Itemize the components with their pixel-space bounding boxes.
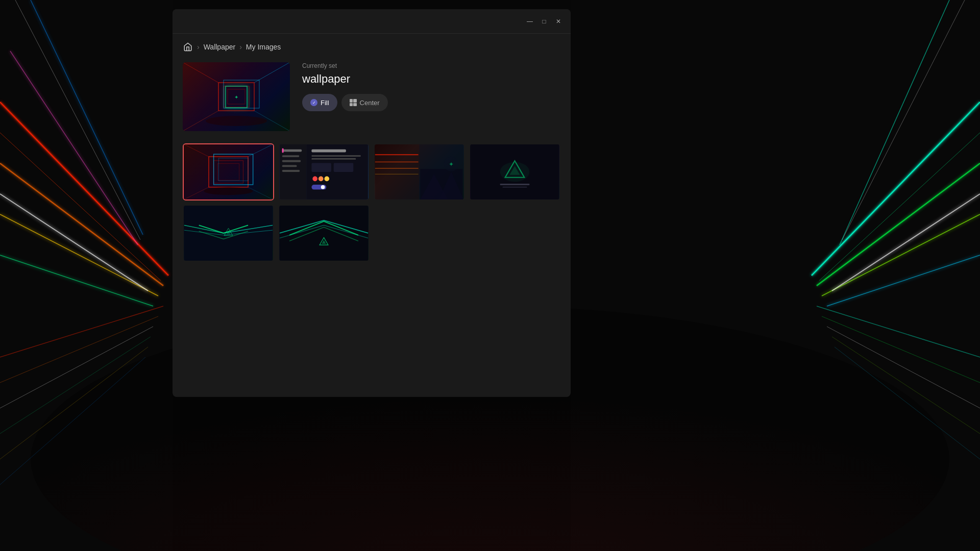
window-controls: — □ ✕ (526, 17, 562, 26)
svg-rect-57 (282, 149, 302, 152)
breadcrumb: › Wallpaper › My Images (183, 42, 560, 52)
preview-info: Currently set wallpaper ✓ Fill Center (302, 62, 560, 111)
currently-set-label: Currently set (302, 62, 560, 69)
svg-rect-97 (280, 206, 368, 261)
svg-rect-59 (282, 160, 301, 162)
wallpaper-name: wallpaper (302, 72, 560, 86)
image-tile-2[interactable] (278, 143, 370, 201)
image-tile-4[interactable] (469, 143, 560, 201)
svg-line-50 (184, 144, 209, 157)
breadcrumb-sep-2: › (239, 43, 242, 51)
image-grid: ✦ (183, 143, 560, 262)
svg-line-40 (183, 62, 218, 83)
svg-line-51 (248, 144, 273, 157)
svg-rect-64 (311, 155, 360, 157)
svg-rect-76 (375, 162, 419, 162)
svg-point-72 (321, 185, 325, 189)
fill-check-icon: ✓ (310, 99, 317, 106)
svg-rect-45 (209, 157, 248, 187)
svg-text:✦: ✦ (449, 161, 454, 167)
svg-rect-58 (282, 155, 300, 157)
app-window: — □ ✕ › Wallpaper › My Images (173, 9, 571, 397)
content-area: › Wallpaper › My Images (173, 34, 571, 397)
image-tile-1[interactable] (183, 143, 274, 201)
svg-rect-49 (218, 158, 248, 181)
fill-label: Fill (321, 99, 329, 107)
svg-rect-88 (500, 184, 530, 185)
title-bar: — □ ✕ (173, 9, 571, 34)
svg-rect-67 (334, 163, 354, 172)
svg-rect-77 (375, 168, 419, 168)
center-button[interactable]: Center (341, 94, 388, 111)
svg-point-44 (206, 116, 267, 126)
svg-rect-60 (282, 165, 297, 167)
svg-rect-46 (214, 161, 243, 183)
minimize-button[interactable]: — (526, 17, 534, 26)
svg-line-41 (254, 62, 290, 83)
breadcrumb-wallpaper[interactable]: Wallpaper (204, 43, 236, 51)
svg-point-70 (324, 177, 329, 182)
svg-rect-36 (224, 86, 249, 107)
svg-rect-65 (311, 158, 356, 160)
fill-button[interactable]: ✓ Fill (302, 94, 337, 111)
breadcrumb-my-images[interactable]: My Images (246, 43, 281, 51)
svg-rect-37 (228, 89, 245, 104)
svg-point-69 (318, 177, 324, 182)
svg-line-53 (248, 187, 273, 199)
svg-rect-62 (282, 148, 284, 153)
svg-rect-61 (282, 170, 300, 172)
svg-text:✦: ✦ (234, 94, 238, 100)
svg-point-54 (204, 187, 253, 195)
image-tile-3[interactable]: ✦ (374, 143, 465, 201)
svg-line-52 (184, 187, 209, 199)
svg-point-87 (500, 162, 530, 182)
breadcrumb-home-icon[interactable] (183, 42, 193, 52)
layout-buttons: ✓ Fill Center (302, 94, 560, 111)
svg-rect-63 (311, 149, 346, 153)
svg-rect-66 (311, 163, 331, 172)
preview-image: ✦ (183, 62, 290, 131)
image-tile-5[interactable] (183, 205, 274, 262)
svg-point-68 (312, 177, 317, 182)
preview-section: ✦ Currently set wallpaper (183, 62, 560, 131)
svg-rect-75 (375, 154, 419, 155)
svg-rect-78 (375, 174, 419, 174)
close-button[interactable]: ✕ (554, 17, 562, 26)
svg-rect-47 (217, 164, 239, 181)
image-tile-6[interactable] (278, 205, 370, 262)
breadcrumb-sep-1: › (197, 43, 200, 51)
center-label: Center (360, 99, 380, 107)
svg-rect-73 (375, 144, 420, 199)
maximize-button[interactable]: □ (540, 17, 548, 26)
svg-rect-89 (502, 187, 527, 188)
center-grid-icon (350, 99, 357, 106)
